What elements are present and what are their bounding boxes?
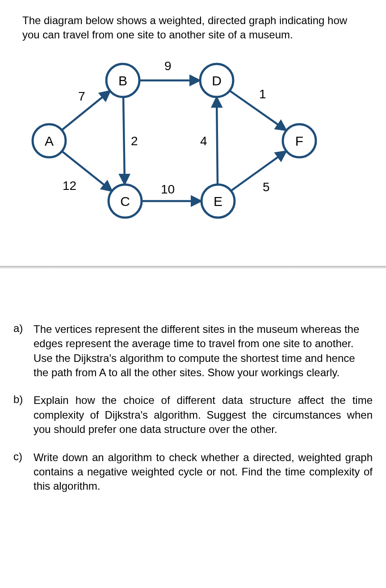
weight-A-B: 7 [78, 89, 85, 103]
node-D-label: D [212, 73, 222, 88]
weight-E-F: 5 [263, 180, 270, 194]
question-a-label: a) [13, 322, 34, 380]
edge-A-B [61, 91, 110, 131]
question-c-label: c) [13, 450, 34, 494]
intro-paragraph: The diagram below shows a weighted, dire… [0, 0, 386, 47]
question-b: b) Explain how the choice of different d… [13, 393, 373, 437]
question-a-text: The vertices represent the different sit… [34, 322, 373, 380]
edge-B-C [123, 97, 125, 185]
weight-B-D: 9 [164, 59, 172, 73]
node-C-label: C [120, 193, 130, 208]
edge-E-D [217, 97, 218, 185]
node-B-label: B [118, 73, 127, 88]
question-c: c) Write down an algorithm to check whet… [13, 450, 373, 494]
intro-text: The diagram below shows a weighted, dire… [22, 14, 347, 41]
weight-A-C: 12 [63, 179, 76, 193]
question-b-text: Explain how the choice of different data… [34, 393, 373, 437]
weight-B-C: 2 [131, 134, 138, 148]
node-E-label: E [214, 193, 222, 208]
question-list: a) The vertices represent the different … [0, 322, 386, 525]
section-divider [0, 266, 386, 269]
edge-D-F [230, 91, 286, 130]
node-F-label: F [295, 133, 303, 148]
question-b-label: b) [13, 393, 34, 437]
weight-D-F: 1 [259, 87, 266, 101]
weighted-directed-graph: A B C D E F 7 12 2 9 10 4 1 5 [22, 56, 326, 235]
weight-C-E: 10 [161, 182, 175, 196]
node-A-label: A [45, 133, 54, 148]
weight-E-D: 4 [200, 134, 207, 148]
graph-diagram: A B C D E F 7 12 2 9 10 4 1 5 [0, 47, 386, 248]
question-c-text: Write down an algorithm to check whether… [34, 450, 373, 494]
edge-E-F [231, 151, 286, 191]
question-a: a) The vertices represent the different … [13, 322, 373, 380]
